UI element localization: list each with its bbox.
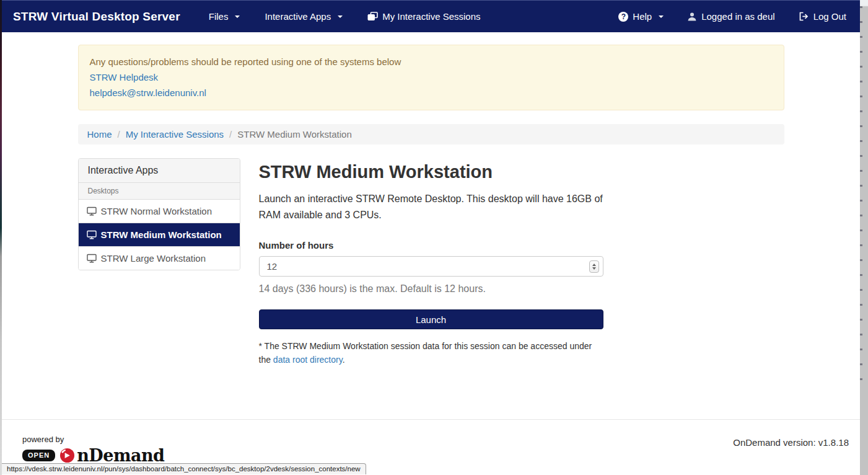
- open-badge: OPEN: [22, 450, 55, 461]
- stepper-down-icon[interactable]: [592, 267, 596, 270]
- browser-page: STRW Virtual Desktop Server Files Intera…: [2, 0, 860, 475]
- hours-help-text: 14 days (336 hours) is the max. Default …: [259, 283, 603, 295]
- launch-button[interactable]: Launch: [259, 309, 603, 329]
- browser-status-url: https://vdesk.strw.leidenuniv.nl/pun/sys…: [2, 463, 366, 474]
- helpdesk-alert: Any questions/problems should be reporte…: [78, 45, 784, 110]
- session-form: STRW Medium Workstation Launch an intera…: [259, 158, 603, 367]
- log-out-icon: [799, 12, 809, 21]
- ondemand-wordmark: nDemand: [77, 447, 164, 464]
- app-description: Launch an interactive STRW Remote Deskto…: [259, 191, 603, 223]
- footnote-period: .: [343, 355, 345, 365]
- monitor-icon: [87, 206, 97, 216]
- page-body: Any questions/problems should be reporte…: [2, 32, 860, 397]
- log-out-label: Log Out: [813, 11, 846, 22]
- navbar-menu: Files Interactive Apps My Interactive Se…: [209, 11, 481, 22]
- desktop-background-left-edge: [0, 0, 2, 475]
- nav-interactive-apps-label: Interactive Apps: [265, 11, 331, 22]
- ondemand-red-o-icon: [59, 448, 75, 463]
- top-navbar: STRW Virtual Desktop Server Files Intera…: [2, 0, 860, 32]
- navbar-right: ? Help Logged in as deul Log Out: [618, 11, 849, 22]
- nav-my-interactive-sessions-label: My Interactive Sessions: [382, 11, 480, 22]
- nav-interactive-apps-menu[interactable]: Interactive Apps: [265, 11, 343, 22]
- ondemand-version: OnDemand version: v1.8.18: [733, 437, 849, 448]
- monitor-icon: [87, 254, 97, 263]
- data-root-directory-link[interactable]: data root directory: [273, 355, 343, 365]
- helpdesk-email-link[interactable]: helpdesk@strw.leidenuniv.nl: [90, 86, 206, 101]
- number-stepper[interactable]: [589, 260, 599, 273]
- sidebar-item-strw-normal-workstation[interactable]: STRW Normal Workstation: [79, 200, 240, 223]
- page-title: STRW Medium Workstation: [259, 162, 603, 182]
- sidebar-item-label: STRW Medium Workstation: [101, 229, 222, 240]
- breadcrumb-my-interactive-sessions[interactable]: My Interactive Sessions: [126, 129, 224, 140]
- nav-logged-in-user: Logged in as deul: [687, 11, 774, 22]
- nav-my-interactive-sessions[interactable]: My Interactive Sessions: [367, 11, 480, 22]
- nav-help-menu[interactable]: ? Help: [618, 11, 664, 22]
- open-ondemand-logo[interactable]: OPEN nDemand: [22, 447, 164, 464]
- powered-by-block: powered by OPEN nDemand: [22, 435, 164, 464]
- breadcrumb: Home My Interactive Sessions STRW Medium…: [78, 124, 784, 144]
- helpdesk-link[interactable]: STRW Helpdesk: [90, 70, 159, 86]
- sidebar-title: Interactive Apps: [79, 159, 240, 183]
- logged-in-label: Logged in as deul: [701, 11, 774, 22]
- interactive-apps-panel: Interactive Apps Desktops STRW Normal Wo…: [78, 158, 240, 270]
- nav-files-label: Files: [209, 11, 229, 22]
- breadcrumb-current: STRW Medium Workstation: [237, 129, 352, 140]
- stepper-up-icon[interactable]: [592, 264, 596, 266]
- hours-label: Number of hours: [259, 240, 603, 251]
- hours-input[interactable]: [259, 256, 603, 277]
- nav-log-out[interactable]: Log Out: [799, 11, 846, 22]
- windows-sessions-icon: [367, 12, 378, 21]
- nav-help-label: Help: [633, 11, 652, 22]
- monitor-icon: [87, 230, 97, 239]
- session-data-footnote: * The STRW Medium Workstation session da…: [259, 340, 603, 366]
- sidebar-item-strw-medium-workstation[interactable]: STRW Medium Workstation: [79, 223, 240, 247]
- nav-files-menu[interactable]: Files: [209, 11, 240, 22]
- background-window-right-edge: [860, 0, 868, 475]
- alert-message: Any questions/problems should be reporte…: [90, 55, 773, 70]
- sidebar-section-desktops: Desktops: [79, 183, 240, 200]
- sidebar-item-strw-large-workstation[interactable]: STRW Large Workstation: [79, 247, 240, 270]
- caret-down-icon: [338, 16, 343, 18]
- powered-by-text: powered by: [22, 435, 164, 444]
- caret-down-icon: [659, 16, 664, 18]
- user-icon: [687, 12, 697, 22]
- caret-down-icon: [235, 16, 240, 18]
- breadcrumb-home[interactable]: Home: [87, 129, 112, 140]
- sidebar-item-label: STRW Large Workstation: [101, 253, 206, 264]
- help-icon: ?: [618, 12, 628, 22]
- app-title[interactable]: STRW Virtual Desktop Server: [13, 10, 180, 24]
- sidebar-item-label: STRW Normal Workstation: [101, 206, 212, 216]
